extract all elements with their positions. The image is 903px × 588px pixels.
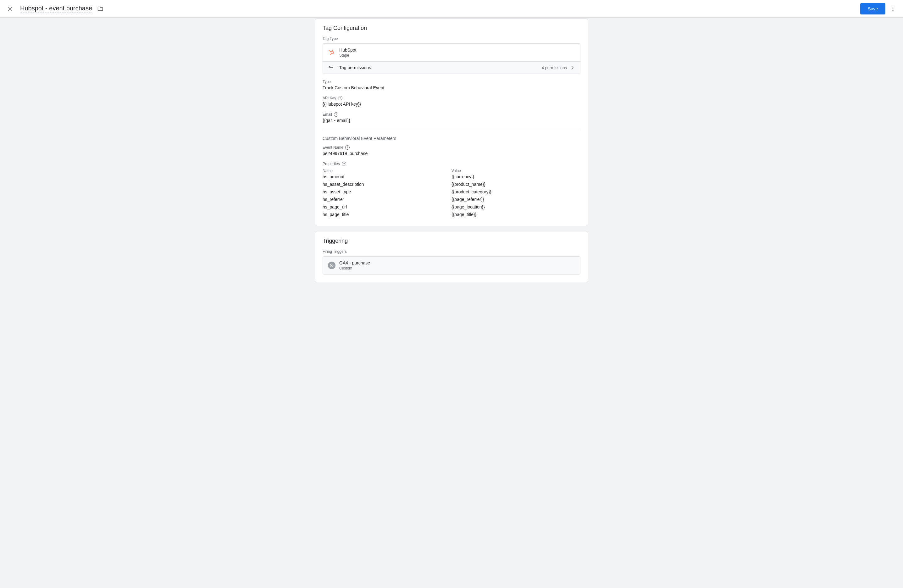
- help-icon[interactable]: ?: [334, 112, 338, 117]
- api-key-value: {{Hubspot API key}}: [322, 102, 580, 107]
- property-row: hs_amount{{currency}}: [322, 173, 580, 181]
- tag-configuration-heading: Tag Configuration: [322, 25, 580, 31]
- trigger-type: Custom: [339, 266, 370, 270]
- properties-col-value: Value: [452, 168, 580, 173]
- svg-point-13: [331, 265, 332, 266]
- property-value: {{page_referrer}}: [452, 197, 580, 202]
- svg-point-6: [332, 50, 333, 50]
- page-title[interactable]: Hubspot - event purchase: [20, 5, 92, 13]
- property-name: hs_page_title: [322, 212, 452, 217]
- save-button[interactable]: Save: [860, 3, 886, 14]
- close-icon: [7, 6, 13, 12]
- property-value: {{page_location}}: [452, 204, 580, 209]
- email-value: {{ga4 - email}}: [322, 118, 580, 123]
- help-icon[interactable]: ?: [345, 145, 350, 150]
- property-row: hs_asset_description{{product_name}}: [322, 181, 580, 188]
- triggering-card[interactable]: Triggering Firing Triggers GA4 - purchas…: [315, 231, 588, 282]
- chevron-right-icon: [569, 65, 575, 71]
- email-label: Email: [322, 112, 332, 117]
- custom-trigger-icon: [328, 262, 335, 269]
- event-name-field: Event Name ? pe24997619_purchase: [322, 145, 580, 156]
- page-body: Tag Configuration Tag Type HubSp: [0, 17, 903, 588]
- property-row: hs_page_url{{page_location}}: [322, 203, 580, 211]
- tag-type-label: Tag Type: [322, 36, 580, 41]
- hubspot-icon: [328, 49, 335, 56]
- more-vert-icon: [890, 6, 896, 12]
- email-field: Email ? {{ga4 - email}}: [322, 112, 580, 123]
- type-field: Type Track Custom Behavioral Event: [322, 80, 580, 90]
- property-value: {{product_name}}: [452, 182, 580, 187]
- trigger-name: GA4 - purchase: [339, 260, 370, 266]
- properties-block: Properties ? Name Value hs_amount{{curre…: [322, 162, 580, 218]
- firing-triggers-label: Firing Triggers: [322, 249, 580, 254]
- event-name-label: Event Name: [322, 145, 343, 150]
- type-value: Track Custom Behavioral Event: [322, 85, 580, 90]
- help-icon[interactable]: ?: [338, 96, 342, 100]
- key-icon: [328, 65, 334, 71]
- svg-line-11: [330, 53, 331, 54]
- type-label: Type: [322, 80, 331, 84]
- top-bar: Hubspot - event purchase Save: [0, 0, 903, 17]
- property-row: hs_page_title{{page_title}}: [322, 211, 580, 218]
- property-row: hs_referrer{{page_referrer}}: [322, 196, 580, 203]
- svg-line-10: [329, 51, 331, 52]
- help-icon[interactable]: ?: [342, 162, 346, 166]
- properties-col-name: Name: [322, 168, 452, 173]
- custom-params-heading: Custom Behavioral Event Parameters: [322, 136, 580, 141]
- tag-type-name: HubSpot: [339, 47, 575, 52]
- svg-point-5: [331, 51, 334, 54]
- property-value: {{currency}}: [452, 174, 580, 179]
- property-value: {{page_title}}: [452, 212, 580, 217]
- tag-configuration-card[interactable]: Tag Configuration Tag Type HubSp: [315, 18, 588, 226]
- folder-icon: [97, 6, 104, 12]
- svg-point-4: [893, 10, 894, 11]
- property-name: hs_referrer: [322, 197, 452, 202]
- property-name: hs_asset_description: [322, 182, 452, 187]
- tag-permissions-row[interactable]: Tag permissions 4 permissions: [323, 61, 580, 74]
- tag-permissions-label: Tag permissions: [339, 65, 542, 70]
- property-value: {{product_category}}: [452, 189, 580, 194]
- properties-label: Properties: [322, 162, 340, 166]
- svg-point-2: [893, 6, 894, 8]
- property-name: hs_amount: [322, 174, 452, 179]
- folder-button[interactable]: [94, 3, 107, 15]
- tag-type-row[interactable]: HubSpot Stape: [323, 44, 580, 61]
- properties-rows: hs_amount{{currency}}hs_asset_descriptio…: [322, 173, 580, 218]
- more-menu-button[interactable]: [887, 3, 899, 15]
- api-key-label: API Key: [322, 96, 336, 100]
- property-name: hs_page_url: [322, 204, 452, 209]
- tag-type-vendor: Stape: [339, 53, 575, 58]
- property-name: hs_asset_type: [322, 189, 452, 194]
- api-key-field: API Key ? {{Hubspot API key}}: [322, 96, 580, 107]
- divider: [322, 130, 580, 130]
- triggering-heading: Triggering: [322, 238, 580, 244]
- close-button[interactable]: [4, 3, 16, 15]
- tag-type-box: HubSpot Stape Tag permissions 4 permissi…: [322, 43, 580, 74]
- firing-trigger-row[interactable]: GA4 - purchase Custom: [322, 256, 580, 275]
- event-name-value: pe24997619_purchase: [322, 151, 580, 156]
- property-row: hs_asset_type{{product_category}}: [322, 188, 580, 196]
- svg-point-3: [893, 8, 894, 9]
- tag-permissions-count: 4 permissions: [542, 65, 567, 70]
